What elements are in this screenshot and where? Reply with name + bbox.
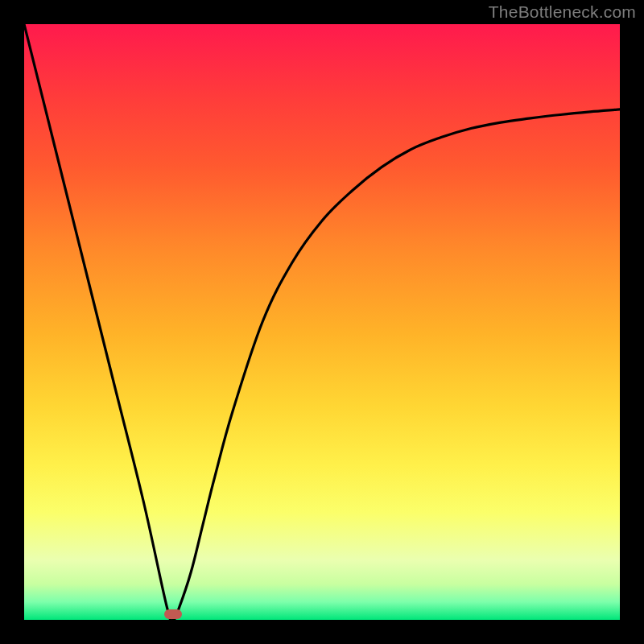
watermark-text: TheBottleneck.com <box>489 2 636 22</box>
chart-frame: TheBottleneck.com <box>0 0 644 644</box>
plot-area <box>24 24 620 620</box>
bottleneck-curve <box>24 24 620 620</box>
optimal-marker <box>164 609 182 619</box>
